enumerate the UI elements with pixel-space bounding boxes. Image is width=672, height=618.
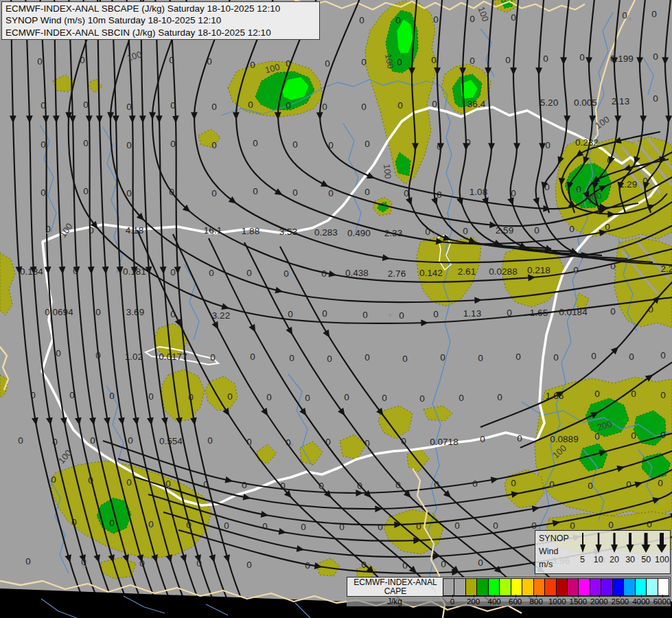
station-value-label: 0: [109, 391, 115, 401]
cape-tick-label: 800: [530, 597, 543, 606]
station-value-label: 0: [139, 558, 145, 569]
cape-legend: ECMWF-INDEX-ANAL CAPE J/kg 0200400600800…: [347, 577, 671, 606]
station-value-label: 0.0889: [550, 434, 578, 444]
grid-point-mark: +: [627, 14, 633, 24]
station-value-label: 0: [419, 393, 425, 404]
station-value-label: 0: [81, 557, 86, 567]
station-value-label: 2.2: [661, 264, 672, 274]
station-value-label: 0: [262, 521, 268, 531]
station-value-label: 0: [88, 475, 93, 485]
station-value-label: 0: [511, 478, 516, 488]
station-value-label: 0: [459, 393, 464, 403]
station-value-label: 0.490: [347, 228, 371, 238]
station-value-label: 0: [432, 99, 437, 109]
cape-legend-bottom: J/kg 02004006008001000150020002500400060…: [347, 597, 671, 606]
wind-arrow-icon: [638, 531, 653, 554]
station-value-label: 0: [328, 140, 334, 150]
station-value-label: 0: [361, 102, 367, 112]
cape-area-low: [300, 442, 323, 465]
station-value-label: 0.438: [345, 268, 369, 278]
station-value-label: 0: [626, 479, 632, 490]
station-value-label: 0: [361, 560, 367, 570]
station-value-label: 0.283: [314, 227, 338, 238]
station-value-label: 1.66: [546, 391, 564, 401]
station-value-label: 0: [579, 52, 585, 62]
station-value-label: 0: [280, 481, 286, 491]
streamline: [173, 234, 465, 618]
station-value-label: 0: [437, 190, 442, 200]
cape-color-cell: [544, 578, 556, 596]
chart-header: ECMWF-INDEX-ANAL SBCAPE (J/kg) Saturday …: [1, 1, 320, 40]
station-value-label: 0: [52, 437, 58, 447]
station-value-label: 0: [89, 225, 94, 236]
station-value-label: 0: [553, 352, 559, 363]
cape-color-cell: [646, 578, 658, 596]
station-value-label: 0: [227, 391, 233, 402]
station-value-label: 0: [71, 517, 77, 527]
station-value-label: 0: [364, 139, 370, 149]
station-value-label: 0: [397, 100, 403, 111]
station-value-label: 4.18: [126, 225, 143, 236]
station-value-label: 0: [73, 266, 78, 276]
station-value-label: 1.13: [463, 308, 481, 319]
cape-color-cell: [612, 578, 624, 596]
station-value-label: 0.0288: [489, 266, 517, 277]
station-value-label: 0: [188, 392, 194, 402]
station-value-label: 0: [591, 351, 596, 361]
station-value-label: 0: [292, 139, 298, 150]
station-value-label: 0: [344, 392, 349, 402]
station-value-label: 0: [210, 352, 216, 363]
station-value-label: 0: [534, 225, 540, 236]
station-value-label: 0: [322, 102, 327, 112]
cape-tick-label: 2500: [612, 597, 629, 606]
station-value-label: 0: [507, 308, 512, 318]
cape-color-cell: [590, 578, 601, 596]
station-value-label: 0: [631, 431, 636, 441]
station-value-label: 0: [478, 353, 483, 363]
cape-area-low: [161, 369, 205, 422]
weather-map-viewer: 100100100100100100100200200100100 ++++++…: [0, 0, 672, 618]
river-line: [343, 124, 361, 232]
grid-point-mark: +: [387, 310, 393, 320]
station-value-label: 0.0718: [430, 437, 458, 447]
station-value-label: 0: [362, 310, 368, 320]
wind-arrow-icon: [591, 531, 606, 554]
cape-area-low: [0, 253, 15, 315]
cape-tick-label: 0: [450, 597, 454, 606]
station-value-label: 0: [642, 176, 648, 186]
cape-area-low: [378, 406, 413, 439]
cape-legend-title: ECMWF-INDEX-ANAL CAPE: [347, 577, 443, 596]
station-value-label: 0: [30, 390, 36, 400]
wind-legend-title-line: m/s: [539, 558, 575, 571]
station-value-label: 0: [364, 438, 370, 448]
streamline: [209, 238, 511, 618]
station-value-label: 0: [148, 391, 154, 402]
wind-scale-item: 20: [606, 531, 622, 573]
station-value-label: 0: [610, 261, 616, 271]
cape-area-low: [87, 79, 102, 93]
station-value-label: 0: [40, 100, 46, 111]
cape-color-cell: [476, 578, 488, 596]
wind-speed-label: 30: [625, 555, 635, 564]
station-value-label: 0.0184: [559, 307, 588, 317]
station-value-label: 0: [576, 184, 581, 194]
station-value-label: 0: [40, 187, 46, 198]
station-value-label: 0: [517, 433, 522, 444]
station-value-label: 0: [203, 479, 209, 490]
cape-color-cell: [578, 578, 590, 596]
station-value-label: 0: [126, 188, 132, 198]
station-value-label: 0: [56, 348, 61, 358]
station-value-label: 0: [90, 435, 95, 446]
contour-label: 100: [126, 49, 143, 63]
wind-scale-item: 50: [638, 531, 654, 573]
cape-color-cell: [556, 578, 568, 596]
cape-legend-param: CAPE: [347, 587, 443, 596]
station-value-label: 0: [250, 60, 255, 70]
cape-color-bar: [443, 578, 669, 596]
station-value-label: 1.65: [530, 308, 548, 318]
station-value-label: 2.33: [384, 228, 402, 238]
station-value-label: 0: [25, 556, 31, 566]
header-line-sbcin: ECMWF-INDEX-ANAL SBCIN (J/kg) Saturday 1…: [5, 27, 316, 38]
station-value-label: 0: [246, 437, 252, 447]
station-value-label: 0: [321, 268, 327, 279]
